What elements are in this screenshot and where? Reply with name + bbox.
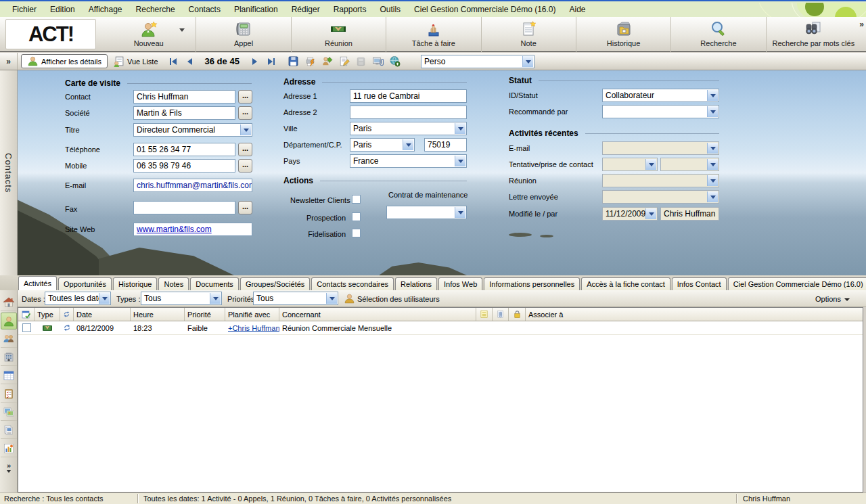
- header-private-column[interactable]: [509, 308, 526, 321]
- menu-outils[interactable]: Outils: [373, 3, 407, 16]
- priorities-filter-select[interactable]: Tous: [253, 292, 338, 305]
- header-date[interactable]: Date: [74, 308, 131, 321]
- newsletter-checkbox[interactable]: [352, 195, 361, 204]
- chevron-down-icon[interactable]: [707, 90, 718, 101]
- nav-opportunities-button[interactable]: [1, 404, 17, 421]
- header-recurrence[interactable]: [60, 308, 74, 321]
- contact-ellipsis-button[interactable]: ...: [238, 90, 252, 104]
- tab-historique[interactable]: Historique: [113, 277, 158, 290]
- chevron-down-icon[interactable]: [455, 207, 465, 218]
- chevron-down-icon[interactable]: [99, 293, 110, 304]
- tab-contacts-secondaires[interactable]: Contacts secondaires: [311, 277, 394, 290]
- save-icon[interactable]: [288, 55, 299, 67]
- state-select[interactable]: Paris: [350, 138, 415, 152]
- fax-ellipsis-button[interactable]: ...: [238, 201, 252, 214]
- toolbar-button-historique[interactable]: Historique: [576, 17, 670, 52]
- next-record-button[interactable]: [247, 55, 262, 68]
- nav-documents-button[interactable]: [1, 422, 17, 439]
- nav-calendar-button[interactable]: [1, 367, 17, 384]
- header-type[interactable]: Type: [35, 308, 60, 321]
- company-ellipsis-button[interactable]: ...: [238, 106, 252, 120]
- menu-edition[interactable]: Edition: [43, 3, 82, 16]
- toolbar-button-appel[interactable]: Appel: [196, 17, 290, 52]
- nav-home-button[interactable]: [1, 294, 17, 311]
- layout-select[interactable]: Perso: [421, 55, 534, 68]
- menu-rediger[interactable]: Rédiger: [285, 3, 327, 16]
- tab-groupes-societes[interactable]: Groupes/Sociétés: [240, 277, 310, 290]
- tab-infos-web[interactable]: Infos Web: [438, 277, 482, 290]
- nav-reports-button[interactable]: [1, 440, 17, 457]
- menu-contacts[interactable]: Contacts: [182, 3, 227, 16]
- menu-recherche[interactable]: Recherche: [129, 3, 182, 16]
- attach-web-info-icon[interactable]: [372, 55, 384, 67]
- tab-acces-fiche-contact[interactable]: Accès à la fiche contact: [581, 277, 670, 290]
- prospection-checkbox[interactable]: [352, 212, 361, 221]
- phone-ellipsis-button[interactable]: ...: [238, 143, 252, 156]
- chevron-down-icon[interactable]: [403, 139, 413, 150]
- row-checkbox[interactable]: [22, 323, 31, 332]
- list-view-button[interactable]: Vue Liste: [108, 54, 163, 68]
- zip-field[interactable]: 75019: [424, 138, 467, 152]
- tab-ciel-gestion[interactable]: Ciel Gestion Commerciale Démo (16.0): [728, 277, 866, 290]
- mobile-field[interactable]: 06 35 98 79 46: [133, 159, 235, 173]
- web-globe-icon[interactable]: [389, 55, 401, 67]
- types-filter-select[interactable]: Tous: [141, 292, 222, 305]
- menu-aide[interactable]: Aide: [562, 3, 592, 16]
- nav-contacts-button[interactable]: [1, 313, 17, 329]
- toolbar-button-reunion[interactable]: Réunion: [291, 17, 386, 52]
- first-record-button[interactable]: [166, 55, 181, 68]
- address1-field[interactable]: 11 rue de Cambrai: [350, 89, 467, 103]
- chevron-down-icon[interactable]: [179, 28, 185, 32]
- nav-groups-button[interactable]: [1, 331, 17, 348]
- sidebar-expand-chevron[interactable]: »: [0, 53, 18, 70]
- show-details-button[interactable]: Afficher les détails: [21, 54, 108, 68]
- nav-more-button[interactable]: »: [1, 459, 17, 476]
- tab-relations[interactable]: Relations: [395, 277, 437, 290]
- tab-opportunites[interactable]: Opportunités: [58, 277, 112, 290]
- tab-informations-personnelles[interactable]: Informations personnelles: [484, 277, 580, 290]
- quick-print-icon[interactable]: [304, 55, 316, 67]
- chevron-down-icon[interactable]: [210, 293, 221, 304]
- mobile-ellipsis-button[interactable]: ...: [238, 159, 252, 173]
- last-record-button[interactable]: [263, 55, 278, 68]
- export-contact-icon[interactable]: [321, 55, 333, 67]
- toolbar-button-recherche-mots-cles[interactable]: Recherche par mots clés: [766, 17, 861, 52]
- fidelisation-checkbox[interactable]: [352, 229, 361, 237]
- tab-infos-contact[interactable]: Infos Contact: [672, 277, 727, 290]
- tab-documents[interactable]: Documents: [190, 277, 239, 290]
- dates-filter-select[interactable]: Toutes les dates: [45, 292, 111, 305]
- phone-field[interactable]: 01 55 26 34 77: [133, 143, 235, 156]
- chevron-down-icon[interactable]: [707, 106, 718, 117]
- scheduled-with-link[interactable]: +Chris Huffman: [228, 324, 279, 332]
- menu-ciel-gestion[interactable]: Ciel Gestion Commerciale Démo (16.0): [407, 3, 562, 16]
- contact-field[interactable]: Chris Huffman: [133, 90, 235, 104]
- menu-affichage[interactable]: Affichage: [82, 3, 129, 16]
- toolbar-button-nouveau[interactable]: Nouveau: [101, 17, 196, 52]
- table-row[interactable]: 08/12/2009 18:23 Faible +Chris Huffman R…: [18, 321, 863, 335]
- toolbar-button-note[interactable]: Note: [481, 17, 576, 52]
- website-field[interactable]: www.martin&fils.com: [133, 223, 252, 236]
- address2-field[interactable]: [350, 106, 467, 119]
- tab-notes[interactable]: Notes: [158, 277, 189, 290]
- chevron-down-icon[interactable]: [522, 56, 533, 67]
- chevron-down-icon[interactable]: [326, 293, 337, 304]
- chevron-down-icon[interactable]: [455, 123, 465, 134]
- header-attachment-column[interactable]: [493, 308, 509, 321]
- header-heure[interactable]: Heure: [131, 308, 185, 321]
- company-field[interactable]: Martin & Fils: [133, 106, 235, 120]
- chevron-down-icon[interactable]: [455, 156, 465, 166]
- toolbar-button-recherche[interactable]: Recherche: [670, 17, 765, 52]
- menu-planification[interactable]: Planification: [227, 3, 285, 16]
- nav-companies-button[interactable]: [1, 349, 17, 366]
- header-select-column[interactable]: [18, 308, 35, 321]
- nav-task-list-button[interactable]: [1, 386, 17, 403]
- tab-activites[interactable]: Activités: [18, 276, 57, 290]
- menu-fichier[interactable]: Fichier: [5, 3, 43, 16]
- referred-by-select[interactable]: [602, 105, 719, 118]
- title-select[interactable]: Directeur Commercial: [133, 123, 252, 137]
- email-field[interactable]: chris.huffmman@martin&fils.com: [133, 179, 252, 192]
- options-button[interactable]: Options: [815, 295, 850, 303]
- header-concernant[interactable]: Concernant: [279, 308, 476, 321]
- toolbar-overflow-chevron[interactable]: »: [859, 20, 864, 29]
- select-users-button[interactable]: Sélection des utilisateurs: [357, 295, 440, 303]
